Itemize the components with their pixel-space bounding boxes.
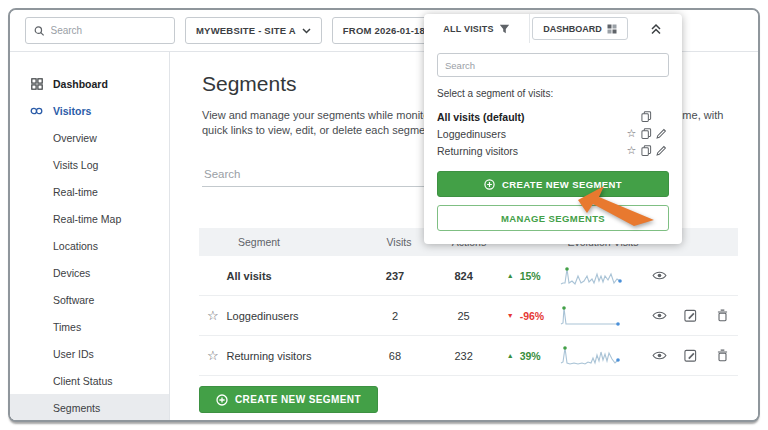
sidebar-item-overview[interactable]: Overview — [10, 124, 169, 151]
create-new-segment-button[interactable]: CREATE NEW SEGMENT — [199, 386, 378, 413]
sidebar-item-real-time-map[interactable]: Real-time Map — [10, 205, 169, 232]
plus-circle-icon — [216, 394, 228, 406]
dashboard-grid-icon — [30, 78, 43, 90]
global-search-input[interactable] — [51, 25, 167, 36]
create-new-segment-label: CREATE NEW SEGMENT — [235, 394, 361, 405]
edit-segment-button[interactable] — [675, 349, 706, 362]
copy-segment-button[interactable] — [639, 145, 654, 156]
app-window: MYWEBSITE - SITE A FROM 2026-01-18 TO 20… — [8, 8, 760, 422]
sidebar-item-dashboard[interactable]: Dashboard — [10, 70, 169, 97]
popup-body: Select a segment of visits: All visits (… — [424, 43, 682, 244]
sidebar-item-label: Visitors — [53, 105, 91, 117]
grid-icon — [607, 24, 617, 34]
actions-value: 824 — [420, 270, 506, 282]
dashboard-selector-label: DASHBOARD — [543, 24, 602, 34]
trend-up-icon: ▲ — [507, 272, 514, 279]
sidebar: Dashboard Visitors Overview Visits Log R… — [10, 52, 170, 420]
trash-icon — [717, 349, 728, 362]
sidebar-item-real-time[interactable]: Real-time — [10, 178, 169, 205]
manage-segments-button[interactable]: MANAGE SEGMENTS — [437, 205, 669, 231]
pencil-icon — [656, 128, 667, 139]
eye-icon — [652, 270, 667, 281]
site-selector[interactable]: MYWEBSITE - SITE A — [185, 17, 322, 44]
star-icon[interactable]: ☆ — [199, 348, 226, 363]
segment-name: Loggedinusers — [226, 310, 369, 322]
edit-icon — [684, 349, 697, 362]
site-selector-label: MYWEBSITE - SITE A — [196, 25, 296, 36]
sidebar-item-label: User IDs — [53, 348, 94, 360]
sidebar-item-label: Segments — [53, 402, 100, 414]
edit-segment-button[interactable] — [654, 145, 669, 156]
visits-value: 2 — [370, 310, 421, 322]
edit-icon — [684, 309, 697, 322]
popup-header: ALL VISITS DASHBOARD — [424, 14, 682, 43]
view-segment-button[interactable] — [644, 350, 675, 361]
sidebar-item-label: Software — [53, 294, 94, 306]
edit-segment-button[interactable] — [654, 128, 669, 139]
trash-icon — [717, 309, 728, 322]
segment-option-label: All visits (default) — [437, 111, 624, 123]
segment-option-returning-visitors[interactable]: Returning visitors ☆ — [437, 142, 669, 159]
segment-option-all-visits[interactable]: All visits (default) — [437, 108, 669, 125]
table-row: ☆ Loggedinusers 2 25 ▼ -96% — [199, 296, 738, 336]
plus-circle-icon — [484, 179, 495, 190]
segment-selector-button[interactable]: ALL VISITS — [424, 14, 530, 43]
popup-create-label: CREATE NEW SEGMENT — [502, 179, 622, 190]
search-icon — [34, 25, 45, 37]
table-row: All visits 237 824 ▲ 15% — [199, 256, 738, 296]
table-row: ☆ Returning visitors 68 232 ▲ 39% — [199, 336, 738, 376]
evolution-percent: -96% — [520, 310, 554, 322]
screenshot-stage: MYWEBSITE - SITE A FROM 2026-01-18 TO 20… — [0, 0, 768, 430]
header-visits: Visits — [373, 236, 425, 248]
sidebar-item-software[interactable]: Software — [10, 286, 169, 313]
copy-icon — [641, 145, 652, 156]
segment-option-loggedinusers[interactable]: Loggedinusers ☆ — [437, 125, 669, 142]
eye-icon — [652, 350, 667, 361]
evolution-percent: 15% — [520, 270, 554, 282]
visitors-icon — [30, 106, 43, 116]
popup-create-new-segment-button[interactable]: CREATE NEW SEGMENT — [437, 171, 669, 197]
segment-search-input[interactable] — [437, 53, 669, 77]
copy-segment-button[interactable] — [639, 111, 654, 122]
edit-segment-button[interactable] — [675, 309, 706, 322]
global-search[interactable] — [25, 17, 175, 44]
sidebar-item-locations[interactable]: Locations — [10, 232, 169, 259]
segment-prompt: Select a segment of visits: — [437, 88, 669, 99]
visits-value: 237 — [370, 270, 421, 282]
sidebar-item-times[interactable]: Times — [10, 313, 169, 340]
delete-segment-button[interactable] — [707, 309, 738, 322]
copy-icon — [641, 128, 652, 139]
sidebar-item-user-ids[interactable]: User IDs — [10, 340, 169, 367]
double-chevron-up-icon — [650, 23, 662, 35]
sidebar-item-devices[interactable]: Devices — [10, 259, 169, 286]
segment-selector-popup: ALL VISITS DASHBOARD Select a segment of… — [424, 14, 682, 244]
collapse-button[interactable] — [630, 14, 682, 43]
star-icon[interactable]: ☆ — [624, 144, 639, 157]
view-segment-button[interactable] — [644, 310, 675, 321]
delete-segment-button[interactable] — [707, 349, 738, 362]
evolution-sparkline — [560, 304, 622, 328]
star-icon[interactable]: ☆ — [199, 308, 226, 323]
evolution-sparkline — [560, 264, 622, 288]
sidebar-item-visits-log[interactable]: Visits Log — [10, 151, 169, 178]
trend-up-icon: ▲ — [507, 352, 514, 359]
evolution-percent: 39% — [520, 350, 554, 362]
visits-value: 68 — [370, 350, 421, 362]
copy-icon — [641, 111, 652, 122]
page-title: Segments — [202, 72, 297, 96]
sidebar-item-label: Dashboard — [53, 78, 108, 90]
sidebar-item-client-status[interactable]: Client Status — [10, 367, 169, 394]
segment-name: All visits — [226, 270, 369, 282]
eye-icon — [652, 310, 667, 321]
sidebar-item-visitors[interactable]: Visitors — [10, 97, 169, 124]
view-segment-button[interactable] — [644, 270, 675, 281]
copy-segment-button[interactable] — [639, 128, 654, 139]
evolution-sparkline — [560, 344, 622, 368]
sidebar-item-segments[interactable]: Segments — [10, 394, 169, 421]
segment-name: Returning visitors — [226, 350, 369, 362]
segment-option-label: Returning visitors — [437, 145, 624, 157]
dashboard-selector-button[interactable]: DASHBOARD — [532, 17, 628, 40]
star-icon[interactable]: ☆ — [624, 127, 639, 140]
actions-value: 25 — [420, 310, 506, 322]
segment-icon — [499, 24, 510, 34]
